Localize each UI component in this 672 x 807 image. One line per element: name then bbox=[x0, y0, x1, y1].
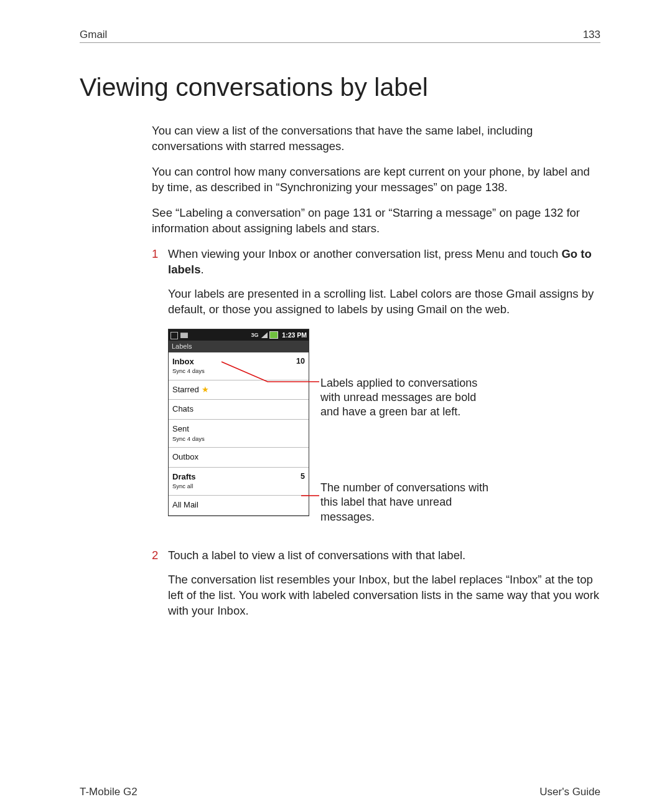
battery-icon bbox=[269, 331, 278, 339]
phone-mock: 3G 1:23 PM Labels InboxSync 4 days10Star… bbox=[168, 329, 309, 516]
label-name: Inbox bbox=[172, 356, 205, 367]
header-left: Gmail bbox=[80, 29, 107, 41]
label-name: Chats bbox=[172, 404, 194, 415]
step-number: 2 bbox=[152, 548, 168, 628]
label-sync-info: Sync 4 days bbox=[172, 367, 205, 375]
callout-unread-count: The number of conversations with this la… bbox=[320, 481, 492, 524]
running-header: Gmail 133 bbox=[80, 29, 600, 43]
status-bar: 3G 1:23 PM bbox=[169, 329, 309, 341]
screen-header: Labels bbox=[169, 341, 309, 352]
step-2-instruction: Touch a label to view a list of conversa… bbox=[168, 548, 604, 564]
callout-bold-labels: Labels applied to conversations with unr… bbox=[320, 376, 492, 420]
footer-left: T-Mobile G2 bbox=[80, 786, 138, 798]
step-2-detail: The conversation list resembles your Inb… bbox=[168, 572, 604, 619]
label-name: Sent bbox=[172, 423, 205, 435]
label-unread-count: 10 bbox=[296, 356, 305, 367]
label-name: All Mail bbox=[172, 499, 198, 511]
network-3g-icon: 3G bbox=[251, 331, 259, 339]
label-sync-info: Sync 4 days bbox=[172, 435, 205, 443]
status-time: 1:23 PM bbox=[282, 331, 307, 339]
signal-icon bbox=[261, 332, 268, 338]
label-sync-info: Sync all bbox=[172, 483, 196, 491]
labels-screenshot-figure: 3G 1:23 PM Labels InboxSync 4 days10Star… bbox=[168, 329, 604, 532]
footer-right: User's Guide bbox=[539, 786, 600, 798]
intro-para-1: You can view a list of the conversations… bbox=[152, 123, 604, 154]
intro-para-2: You can control how many conversations a… bbox=[152, 164, 604, 196]
step-number: 1 bbox=[152, 247, 168, 548]
star-icon: ★ bbox=[202, 385, 209, 394]
intro-para-3: See “Labeling a conversation” on page 13… bbox=[152, 205, 604, 237]
page-title: Viewing conversations by label bbox=[80, 73, 672, 102]
label-unread-count: 5 bbox=[301, 471, 305, 482]
label-row[interactable]: InboxSync 4 days10 bbox=[169, 352, 309, 380]
step-1: 1 When viewing your Inbox or another con… bbox=[152, 247, 604, 548]
label-row[interactable]: Outbox bbox=[169, 448, 309, 468]
label-name: Outbox bbox=[172, 451, 198, 463]
label-name: Starred★ bbox=[172, 384, 209, 395]
menu-softkey: Menu bbox=[476, 247, 505, 260]
running-footer: T-Mobile G2 User's Guide bbox=[80, 786, 600, 798]
step-1-instruction: When viewing your Inbox or another conve… bbox=[168, 247, 604, 278]
label-row[interactable]: All Mail bbox=[169, 496, 309, 516]
label-name: Drafts bbox=[172, 471, 196, 483]
step-2: 2 Touch a label to view a list of conver… bbox=[152, 548, 604, 628]
label-row[interactable]: SentSync 4 days bbox=[169, 420, 309, 448]
step-1-detail: Your labels are presented in a scrolling… bbox=[168, 286, 604, 318]
mail-icon bbox=[180, 333, 188, 338]
page-number: 133 bbox=[583, 29, 600, 41]
label-row[interactable]: DraftsSync all5 bbox=[169, 468, 309, 496]
notification-icon bbox=[170, 332, 178, 339]
label-row[interactable]: Chats bbox=[169, 400, 309, 420]
label-row[interactable]: Starred★ bbox=[169, 380, 309, 400]
